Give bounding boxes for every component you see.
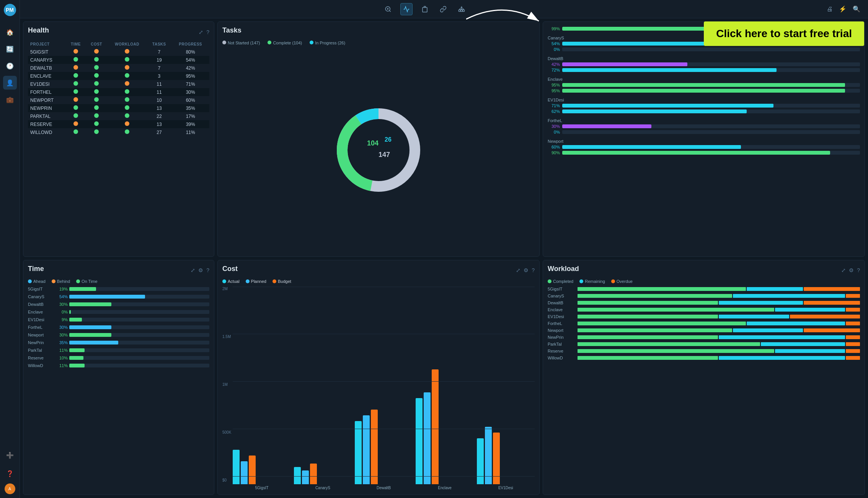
- workload-row: DewaltB: [548, 300, 860, 305]
- sidebar-item-home[interactable]: 🏠: [3, 25, 17, 39]
- cost-bar: [294, 467, 301, 484]
- toolbar-link-icon[interactable]: [437, 3, 449, 15]
- time-bar-bg: [69, 348, 209, 352]
- legend-label: Behind: [57, 279, 70, 284]
- user-avatar[interactable]: A: [5, 483, 15, 494]
- svg-text:104: 104: [367, 139, 379, 147]
- workload-legend-label: Remaining: [585, 279, 605, 284]
- cost-help-icon[interactable]: ?: [532, 267, 535, 273]
- wb-completed: [578, 328, 732, 332]
- cost-legend: ActualPlannedBudget: [222, 279, 535, 284]
- tasks-count: 11: [147, 80, 172, 88]
- cost-bar: [363, 415, 370, 484]
- workload-title: Workload: [548, 265, 579, 273]
- table-row: PARKTAL 22 17%: [28, 112, 209, 120]
- time-gear-icon[interactable]: ⚙: [198, 267, 203, 273]
- time-row: Reserve 10%: [28, 356, 209, 360]
- time-help-icon[interactable]: ?: [206, 267, 209, 273]
- progress-label: DewaltB: [548, 56, 860, 61]
- time-row: FortheL 30%: [28, 325, 209, 330]
- sidebar-item-add[interactable]: ➕: [3, 448, 17, 462]
- time-indicator: [66, 48, 85, 56]
- tasks-count: 13: [147, 120, 172, 128]
- workload-bar-group: [578, 294, 860, 298]
- health-expand-icon[interactable]: ⤢: [199, 29, 203, 35]
- time-project-label: Newport: [28, 333, 51, 337]
- progress-bar-row1: 95%: [548, 83, 860, 87]
- cost-panel: Cost ⤢ ⚙ ? ActualPlannedBudget 2M1.5M1M5…: [217, 260, 540, 495]
- sidebar-item-briefcase[interactable]: 💼: [3, 93, 17, 106]
- time-pct-label: 35%: [54, 340, 68, 345]
- workload-expand-icon[interactable]: ⤢: [841, 267, 846, 273]
- toolbar-filter2-icon[interactable]: ⚡: [839, 5, 847, 13]
- workload-project-label: EV1Desi: [548, 314, 574, 319]
- time-bar-area: 30%: [54, 325, 209, 330]
- sidebar-item-user[interactable]: 👤: [3, 76, 17, 90]
- progress-bar-row1: 71%: [548, 103, 860, 108]
- sidebar-item-help[interactable]: ❓: [3, 467, 17, 480]
- health-help-icon[interactable]: ?: [206, 29, 209, 35]
- wb-overdue: [846, 322, 860, 325]
- wb-completed: [578, 322, 746, 325]
- time-bar-area: 11%: [54, 363, 209, 368]
- project-name: CANARYS: [28, 56, 66, 64]
- tasks-count: 3: [147, 72, 172, 80]
- toolbar-print-icon[interactable]: 🖨: [827, 6, 833, 13]
- wb-overdue: [804, 287, 860, 291]
- progress-bar-row2: 0%: [548, 130, 860, 134]
- workload-gear-icon[interactable]: ⚙: [849, 267, 854, 273]
- time-bar-bg: [69, 364, 209, 367]
- col-progress: PROGRESS: [171, 41, 209, 48]
- cost-header: Cost ⤢ ⚙ ?: [222, 265, 535, 276]
- legend-item: On Time: [76, 279, 98, 284]
- progress-bar-row2: 0%: [548, 47, 860, 52]
- workload-bar-group: [578, 315, 860, 318]
- progress-pct2: 62%: [548, 109, 560, 114]
- cost-gear-icon[interactable]: ⚙: [524, 267, 529, 273]
- cost-indicator: [86, 128, 108, 136]
- time-pct-label: 30%: [54, 333, 68, 337]
- progress-pct1: 42%: [548, 62, 560, 67]
- cost-indicator: [86, 64, 108, 72]
- time-pct-label: 9%: [54, 317, 68, 322]
- cost-indicator: [86, 48, 108, 56]
- progress-fill2: [562, 89, 845, 93]
- cost-bar-group: [477, 427, 535, 484]
- toolbar-clipboard-icon[interactable]: [419, 3, 431, 15]
- toolbar-search-icon[interactable]: 🔍: [853, 5, 860, 13]
- app-logo[interactable]: PM: [4, 4, 16, 16]
- time-project-label: EV1Desi: [28, 317, 51, 322]
- workload-row: NewPrin: [548, 335, 860, 340]
- time-project-label: CanaryS: [28, 294, 51, 299]
- workload-indicator: [107, 88, 147, 96]
- progress-bar-row2: 62%: [548, 109, 860, 114]
- sidebar-item-refresh[interactable]: 🔄: [3, 42, 17, 56]
- toolbar-chart-icon[interactable]: [400, 3, 413, 15]
- project-name: DEWALTB: [28, 64, 66, 72]
- workload-indicator: [107, 112, 147, 120]
- time-row: ParkTal 11%: [28, 348, 209, 353]
- legend-item: Complete (104): [268, 41, 302, 45]
- wb-remaining: [719, 315, 789, 318]
- sidebar-item-clock[interactable]: 🕐: [3, 59, 17, 73]
- progress-value: 54%: [171, 56, 209, 64]
- time-expand-icon[interactable]: ⤢: [191, 267, 195, 273]
- cost-legend-label: Actual: [228, 279, 240, 284]
- workload-bar-group: [578, 301, 860, 305]
- cta-banner[interactable]: Click here to start free trial: [704, 21, 864, 46]
- progress-pct2: 90%: [548, 150, 560, 155]
- svg-text:147: 147: [379, 151, 390, 158]
- workload-help-icon[interactable]: ?: [857, 267, 860, 273]
- progress-bar-row1: 60%: [548, 145, 860, 149]
- progress-pct1: 54%: [548, 41, 560, 46]
- svg-rect-6: [459, 10, 461, 11]
- wb-remaining: [719, 335, 845, 339]
- cost-expand-icon[interactable]: ⤢: [516, 267, 520, 273]
- toolbar-filter-icon[interactable]: [382, 3, 394, 15]
- progress-label: EV1Desi: [548, 98, 860, 102]
- time-row: Enclave 0%: [28, 310, 209, 314]
- cost-bar: [477, 438, 484, 484]
- time-pct-label: 54%: [54, 294, 68, 299]
- time-indicator: [66, 128, 85, 136]
- progress-row: FortheL 30% 0%: [548, 118, 860, 134]
